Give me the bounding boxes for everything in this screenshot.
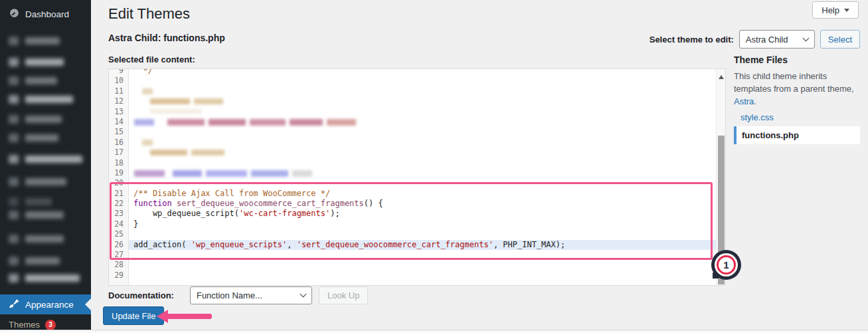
redacted-icon <box>9 177 19 186</box>
sidebar-subitem-label: Themes <box>9 320 40 330</box>
sidebar-item-appearance[interactable]: Appearance <box>0 294 91 314</box>
documentation-row: Documentation: Function Name... Look Up <box>108 286 368 304</box>
scroll-up-arrow-icon[interactable] <box>719 72 724 79</box>
code-line-27: 27 <box>109 250 716 260</box>
redacted-code-block <box>191 150 224 156</box>
code-line-11: 11 <box>109 86 716 96</box>
dashboard-icon <box>9 8 19 20</box>
redacted-icon <box>9 235 19 243</box>
lookup-button[interactable]: Look Up <box>319 286 368 304</box>
sidebar-item-redacted[interactable] <box>0 35 91 47</box>
code-line-25: 25 <box>109 229 716 239</box>
redacted-icon <box>9 134 19 142</box>
redacted-icon <box>9 76 19 85</box>
documentation-dropdown[interactable]: Function Name... <box>190 286 312 304</box>
parent-theme-link[interactable]: Astra <box>734 96 754 106</box>
sidebar-item-label: Dashboard <box>25 9 69 19</box>
theme-files-description: This child theme inherits templates from… <box>734 70 857 108</box>
update-file-button[interactable]: Update File <box>103 306 164 325</box>
sidebar-item-redacted[interactable] <box>0 113 91 125</box>
code-line-26: 26add_action( 'wp_enqueue_scripts', 'ser… <box>109 240 716 250</box>
admin-sidebar: Dashboard Appearance Themes 3 <box>0 0 91 333</box>
code-line-10: 10 <box>109 76 716 86</box>
redacted-code-block <box>150 98 190 104</box>
annotation-marker-1: 1 <box>711 250 741 280</box>
redacted-code-block <box>290 119 323 126</box>
code-line-24: 24} <box>109 219 716 229</box>
sidebar-item-redacted[interactable] <box>0 74 91 86</box>
redacted-label <box>25 257 60 265</box>
chevron-down-icon <box>802 35 809 41</box>
sidebar-item-redacted[interactable] <box>0 209 91 221</box>
code-line-23: 23 wp_dequeue_script('wc-cart-fragments'… <box>109 209 716 219</box>
redacted-label <box>25 198 52 205</box>
screenshot-bottom-edge <box>0 330 868 333</box>
redacted-icon <box>9 115 19 124</box>
sidebar-item-redacted[interactable] <box>0 195 91 207</box>
redacted-label <box>25 211 64 219</box>
redacted-icon <box>9 197 19 206</box>
code-line-29: 29 <box>109 271 716 280</box>
documentation-select-value: Function Name... <box>197 290 262 300</box>
annotation-arrow-left-icon <box>157 310 212 323</box>
sidebar-item-redacted[interactable] <box>0 93 91 105</box>
sidebar-item-redacted[interactable] <box>0 272 91 284</box>
theme-file-style.css[interactable]: style.css <box>734 108 860 126</box>
redacted-code-block <box>327 119 356 126</box>
redacted-label <box>25 58 64 66</box>
appearance-brush-icon <box>9 298 19 310</box>
theme-select-dropdown[interactable]: Astra Child <box>739 30 815 49</box>
redacted-icon <box>9 274 19 282</box>
theme-select-row: Select theme to edit: Astra Child Select <box>650 30 860 49</box>
theme-files-title: Theme Files <box>734 55 788 65</box>
code-line-28: 28 <box>109 260 716 270</box>
select-theme-label: Select theme to edit: <box>650 35 734 45</box>
arrow-tail <box>168 314 212 319</box>
redacted-code-block <box>206 170 247 177</box>
redacted-code-block <box>150 109 202 114</box>
redacted-code-block <box>250 119 286 126</box>
sidebar-item-label: Appearance <box>25 300 74 310</box>
redacted-code-block <box>150 150 187 156</box>
redacted-code-block <box>142 88 153 94</box>
redacted-code-block <box>167 119 205 126</box>
redacted-code-block <box>251 170 288 177</box>
sidebar-item-redacted[interactable] <box>0 233 91 245</box>
sidebar-item-redacted[interactable] <box>0 132 91 144</box>
redacted-code-block <box>134 119 154 126</box>
chevron-down-icon <box>300 291 307 298</box>
caret-down-icon <box>844 9 849 15</box>
marker-inner-circle: 1 <box>715 253 738 277</box>
theme-select-value: Astra Child <box>746 35 788 45</box>
redacted-code-block <box>142 140 153 146</box>
redacted-code-block <box>194 98 223 104</box>
theme-file-subtitle: Astra Child: functions.php <box>108 33 225 43</box>
sidebar-item-redacted[interactable] <box>0 255 91 267</box>
redacted-icon <box>9 257 19 265</box>
sidebar-item-redacted[interactable] <box>0 175 91 187</box>
help-button[interactable]: Help <box>812 1 859 19</box>
redacted-code-block <box>134 170 165 177</box>
sidebar-item-redacted[interactable] <box>0 56 91 68</box>
code-editor[interactable]: 9 */101112131415161718192021/** Disable … <box>108 68 726 286</box>
code-line-21: 21/** Disable Ajax Call from WooCommerce… <box>109 189 716 199</box>
select-theme-button[interactable]: Select <box>820 30 860 49</box>
redacted-label <box>25 37 60 45</box>
redacted-code-block <box>209 119 246 126</box>
description-suffix: . <box>754 96 756 106</box>
redacted-code-block <box>173 170 202 177</box>
theme-file-functions.php[interactable]: functions.php <box>734 126 860 144</box>
sidebar-item-dashboard[interactable]: Dashboard <box>0 5 91 23</box>
redacted-code-block <box>292 170 312 177</box>
code-line-22: 22function sert_dequeue_woocommerce_cart… <box>109 199 716 209</box>
redacted-label <box>25 275 80 282</box>
redacted-label <box>25 235 64 243</box>
sidebar-item-redacted[interactable] <box>0 153 91 165</box>
redacted-label <box>25 77 57 84</box>
redacted-label <box>25 178 66 185</box>
redacted-icon <box>9 211 19 219</box>
update-count-badge: 3 <box>45 320 56 330</box>
redacted-label <box>25 116 62 123</box>
redacted-icon <box>9 155 19 164</box>
marker-number: 1 <box>717 255 736 275</box>
